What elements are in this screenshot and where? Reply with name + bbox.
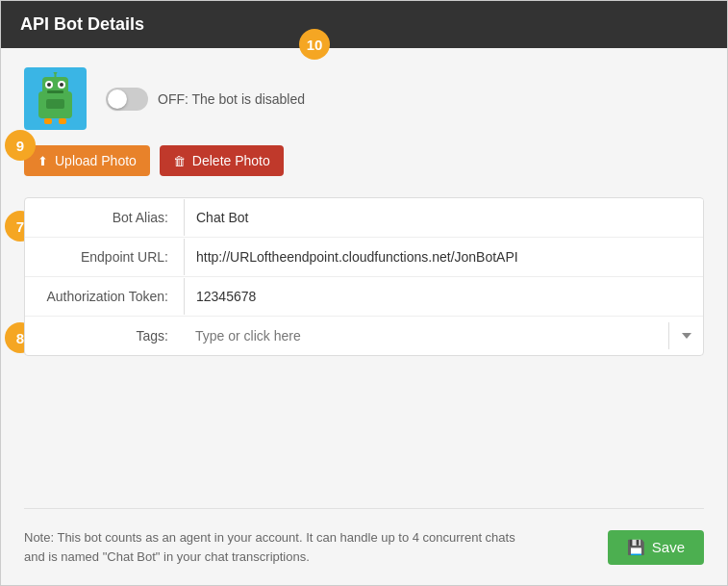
tags-label: Tags: [25, 317, 184, 355]
content-area: 10 [1, 48, 727, 585]
toggle-switch[interactable] [106, 88, 148, 111]
page-title: API Bot Details [20, 14, 144, 34]
tags-dropdown-button[interactable] [668, 322, 703, 349]
form-section: Bot Alias: Endpoint URL: Authorization T… [24, 197, 704, 356]
delete-photo-button[interactable]: Delete Photo [160, 145, 284, 176]
footer-note: Note: This bot counts as an agent in you… [24, 528, 524, 566]
form-wrapper: 7 8 Bot Alias: Endpoint URL: [24, 197, 704, 360]
title-bar: API Bot Details [1, 1, 727, 48]
toggle-label: OFF: The bot is disabled [158, 91, 305, 107]
svg-point-4 [47, 83, 51, 87]
badge-10: 10 [299, 29, 330, 60]
save-button[interactable]: Save [608, 530, 704, 565]
auth-token-label: Authorization Token: [25, 277, 184, 316]
trash-icon [173, 153, 186, 168]
window: API Bot Details 10 [0, 0, 728, 586]
svg-rect-11 [59, 118, 66, 124]
upload-photo-button[interactable]: Upload Photo [24, 145, 150, 176]
chevron-down-icon [682, 333, 691, 339]
save-icon [627, 539, 645, 556]
footer: Note: This bot counts as an agent in you… [24, 508, 704, 566]
tags-input[interactable] [184, 318, 668, 354]
badge-9: 9 [5, 130, 36, 161]
endpoint-url-row: Endpoint URL: [25, 238, 703, 277]
svg-point-5 [60, 83, 63, 87]
tags-row: Tags: [25, 317, 703, 355]
bot-alias-input[interactable] [184, 199, 703, 236]
auth-token-input[interactable] [184, 278, 703, 315]
bot-alias-row: Bot Alias: [25, 198, 703, 238]
toggle-knob [108, 89, 127, 109]
endpoint-url-label: Endpoint URL: [25, 238, 184, 276]
svg-rect-10 [44, 118, 52, 124]
auth-token-row: Authorization Token: [25, 277, 703, 317]
svg-rect-8 [47, 90, 63, 93]
upload-icon [38, 153, 48, 168]
svg-point-7 [54, 72, 58, 74]
bot-alias-label: Bot Alias: [25, 198, 184, 237]
top-row: OFF: The bot is disabled [24, 67, 704, 130]
svg-rect-9 [46, 99, 64, 109]
avatar [24, 67, 87, 130]
photo-buttons: 9 Upload Photo Delete Photo [24, 145, 704, 176]
endpoint-url-input[interactable] [184, 239, 703, 275]
toggle-area: OFF: The bot is disabled [106, 88, 305, 111]
